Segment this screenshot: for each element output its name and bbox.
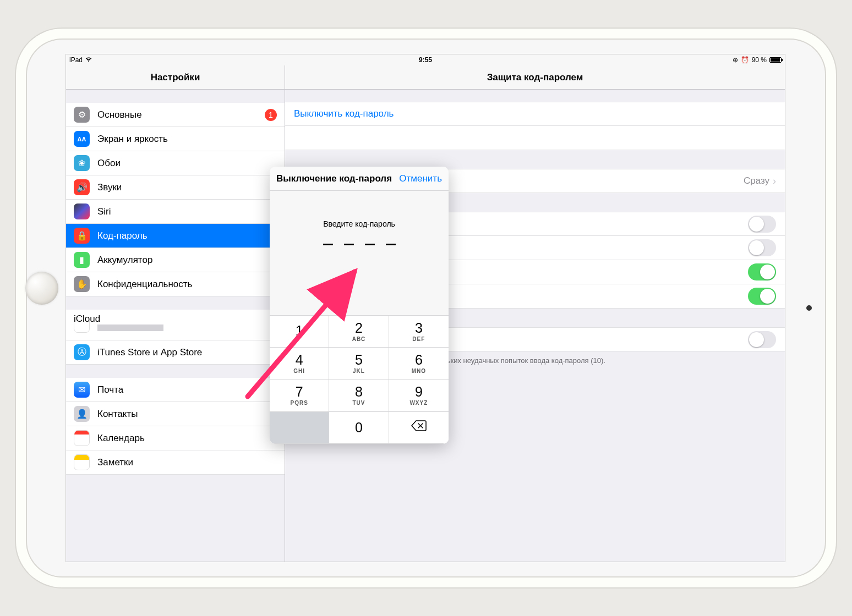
turn-off-passcode-button[interactable]: Выключить код-пароль xyxy=(285,102,785,126)
sidebar-item-notes[interactable]: Заметки xyxy=(66,450,285,475)
modal-title: Выключение код-пароля xyxy=(276,173,399,184)
passcode-dashes xyxy=(323,244,396,245)
alarm-icon: ⏰ xyxy=(741,56,749,64)
key-5[interactable]: 5JKL xyxy=(329,348,389,380)
carrier-label: iPad xyxy=(69,56,83,64)
key-8[interactable]: 8TUV xyxy=(329,380,389,412)
key-delete[interactable] xyxy=(389,412,449,444)
key-6[interactable]: 6MNO xyxy=(389,348,449,380)
lock-icon: 🔒 xyxy=(74,228,90,244)
sidebar-item-label: iCloud xyxy=(74,314,100,324)
key-3[interactable]: 3DEF xyxy=(389,316,449,348)
ipad-frame: iPad 9:55 ⊕ ⏰ 90 % Настройки ⚙ Основные xyxy=(27,40,825,576)
camera-dot xyxy=(806,305,812,311)
detail-title: Защита код-паролем xyxy=(285,65,785,90)
key-2[interactable]: 2ABC xyxy=(329,316,389,348)
sidebar-item-label: Календарь xyxy=(97,433,145,444)
key-7[interactable]: 7PQRS xyxy=(270,380,329,412)
switch-off[interactable] xyxy=(748,239,776,256)
sidebar-item-passcode[interactable]: 🔒 Код-пароль xyxy=(66,224,285,248)
require-value: Сразу xyxy=(744,175,769,186)
wallpaper-icon: ❀ xyxy=(74,155,90,171)
gear-icon: ⚙ xyxy=(74,107,90,123)
appstore-icon: Ⓐ xyxy=(74,344,90,360)
switch-off[interactable] xyxy=(748,216,776,233)
sidebar-item-label: Конфиденциальность xyxy=(97,279,192,290)
battery-icon xyxy=(769,57,782,63)
backspace-icon xyxy=(411,420,427,435)
wifi-icon xyxy=(85,56,92,64)
screen: iPad 9:55 ⊕ ⏰ 90 % Настройки ⚙ Основные xyxy=(65,54,785,562)
dash xyxy=(365,244,375,245)
sidebar-item-icloud[interactable]: ☁ iCloud xyxy=(66,310,285,340)
sidebar-item-label: Экран и яркость xyxy=(97,134,168,145)
calendar-icon xyxy=(74,430,90,446)
dash xyxy=(344,244,354,245)
sidebar-title: Настройки xyxy=(66,65,285,90)
key-1[interactable]: 1 xyxy=(270,316,329,348)
key-4[interactable]: 4GHI xyxy=(270,348,329,380)
battery-pct: 90 % xyxy=(752,56,767,64)
status-bar: iPad 9:55 ⊕ ⏰ 90 % xyxy=(66,54,785,65)
sidebar-item-label: Основные xyxy=(97,109,142,120)
sidebar-item-sounds[interactable]: 🔊 Звуки xyxy=(66,175,285,200)
switch-on[interactable] xyxy=(748,263,776,280)
clock: 9:55 xyxy=(419,56,432,64)
badge: 1 xyxy=(265,109,277,121)
key-9[interactable]: 9WXYZ xyxy=(389,380,449,412)
sidebar-item-contacts[interactable]: 👤 Контакты xyxy=(66,402,285,426)
sidebar-item-appstore[interactable]: Ⓐ iTunes Store и App Store xyxy=(66,340,285,365)
keypad: 1 2ABC 3DEF 4GHI 5JKL 6MNO 7PQRS 8TUV 9W… xyxy=(270,315,449,444)
change-passcode-row[interactable] xyxy=(285,126,785,150)
sidebar-item-display[interactable]: AA Экран и яркость xyxy=(66,127,285,151)
switch-on[interactable] xyxy=(748,288,776,305)
sidebar-item-label: Обои xyxy=(97,158,121,169)
settings-sidebar: Настройки ⚙ Основные 1 AA Экран и яркост… xyxy=(66,65,285,562)
turn-off-label: Выключить код-пароль xyxy=(294,108,394,119)
dash xyxy=(323,244,333,245)
sidebar-item-label: Почта xyxy=(97,384,123,395)
contacts-icon: 👤 xyxy=(74,406,90,422)
passcode-prompt: Введите код-пароль xyxy=(323,219,395,228)
battery-settings-icon: ▮ xyxy=(74,252,90,268)
dash xyxy=(386,244,396,245)
home-button[interactable] xyxy=(25,272,58,305)
sidebar-item-general[interactable]: ⚙ Основные 1 xyxy=(66,103,285,127)
sidebar-item-label: iTunes Store и App Store xyxy=(97,347,202,358)
sidebar-item-calendar[interactable]: Календарь xyxy=(66,426,285,450)
sidebar-item-label: Заметки xyxy=(97,457,133,468)
sidebar-item-label: Звуки xyxy=(97,182,122,193)
sidebar-item-mail[interactable]: ✉ Почта xyxy=(66,378,285,402)
cancel-button[interactable]: Отменить xyxy=(399,173,442,184)
icloud-account-sub xyxy=(97,324,163,331)
passcode-modal: Выключение код-пароля Отменить Введите к… xyxy=(270,167,449,444)
sidebar-item-siri[interactable]: Siri xyxy=(66,200,285,224)
sidebar-item-label: Код-пароль xyxy=(97,230,148,241)
chevron-right-icon: › xyxy=(773,175,776,187)
siri-icon xyxy=(74,204,90,219)
sidebar-item-wallpaper[interactable]: ❀ Обои xyxy=(66,151,285,175)
sidebar-item-privacy[interactable]: ✋ Конфиденциальность xyxy=(66,272,285,296)
sidebar-item-label: Контакты xyxy=(97,409,138,420)
sidebar-item-label: Аккумулятор xyxy=(97,255,152,266)
orientation-lock-icon: ⊕ xyxy=(733,56,738,64)
sidebar-item-battery[interactable]: ▮ Аккумулятор xyxy=(66,248,285,272)
hand-icon: ✋ xyxy=(74,276,90,292)
notes-icon xyxy=(74,454,90,470)
mail-icon: ✉ xyxy=(74,382,90,398)
brightness-icon: AA xyxy=(74,131,90,147)
switch-off[interactable] xyxy=(748,331,776,348)
sidebar-item-label: Siri xyxy=(97,206,111,217)
key-0[interactable]: 0 xyxy=(329,412,389,444)
speaker-icon: 🔊 xyxy=(74,179,90,195)
key-blank xyxy=(270,412,329,444)
